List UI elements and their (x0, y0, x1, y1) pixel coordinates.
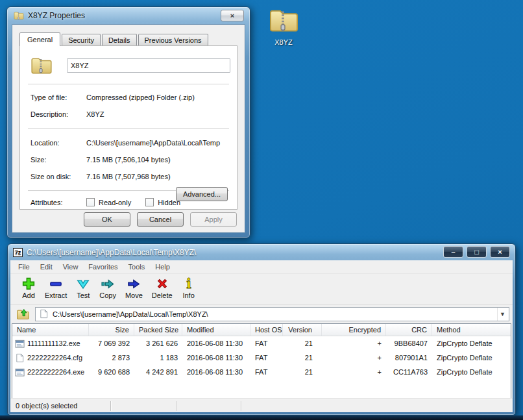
file-row[interactable]: 22222222264.exe 9 620 688 4 242 891 2016… (12, 365, 511, 379)
file-row[interactable]: 22222222264.cfg 2 873 1 183 2016-06-08 1… (12, 351, 511, 365)
file-method: ZipCrypto Deflate (432, 351, 511, 365)
column-header-host-os[interactable]: Host OS (250, 324, 283, 336)
test-button[interactable]: Test (71, 275, 95, 301)
exe-file-icon (15, 367, 25, 377)
properties-dialog-titlebar: X8YZ Properties (14, 10, 85, 21)
close-icon[interactable]: × (490, 246, 510, 258)
size-value: 7.15 MB (7,506,104 bytes) (86, 156, 230, 164)
desktop-icon-x8yz[interactable]: X8YZ (260, 5, 308, 46)
readonly-checkbox[interactable] (86, 198, 95, 206)
menu-tools[interactable]: Tools (123, 261, 151, 273)
exe-file-icon (15, 339, 25, 349)
extract-minus-icon (49, 277, 63, 291)
file-packed-size: 1 183 (134, 351, 182, 365)
hidden-checkbox[interactable] (145, 198, 154, 206)
file-name: 22222222264.cfg (27, 351, 82, 365)
advanced-button[interactable]: Advanced... (176, 187, 228, 201)
dialog-title: X8YZ Properties (28, 11, 85, 20)
address-combobox[interactable]: C:\Users\[username]\AppData\Local\Temp\X… (35, 307, 509, 321)
delete-x-icon (155, 277, 169, 291)
status-text: 0 object(s) selected (16, 402, 77, 410)
file-host-os: FAT (250, 365, 283, 379)
file-packed-size: 3 261 626 (134, 336, 182, 351)
window-controls: – □ × (443, 246, 510, 258)
toolbar-label: Delete (152, 291, 173, 299)
location-value: C:\Users\[username]\AppData\Local\Temp (86, 139, 230, 147)
extract-button[interactable]: Extract (40, 275, 71, 301)
add-button[interactable]: Add (17, 275, 40, 301)
location-label: Location: (30, 139, 86, 147)
up-one-level-button[interactable] (14, 306, 31, 321)
dropdown-arrow-icon[interactable]: ▼ (497, 308, 507, 321)
type-of-file-label: Type of file: (30, 93, 86, 102)
delete-button[interactable]: Delete (147, 275, 177, 301)
ok-button[interactable]: OK (84, 212, 130, 227)
menu-edit[interactable]: Edit (35, 261, 58, 273)
description-value: X8YZ (86, 110, 230, 119)
column-header-packed-size[interactable]: Packed Size (134, 324, 182, 336)
copy-button[interactable]: Copy (95, 275, 121, 301)
test-check-icon (76, 277, 90, 291)
file-method: ZipCrypto Deflate (432, 336, 511, 351)
type-of-file-value: Compressed (zipped) Folder (.zip) (86, 93, 230, 102)
file-row[interactable]: 11111111132.exe 7 069 392 3 261 626 2016… (12, 336, 511, 351)
move-arrow-icon (127, 277, 141, 291)
maximize-icon[interactable]: □ (467, 246, 487, 258)
toolbar-label: Info (182, 291, 194, 299)
size-on-disk-label: Size on disk: (30, 173, 86, 181)
cancel-button[interactable]: Cancel (137, 212, 184, 227)
document-icon (15, 353, 25, 363)
file-version: 21 (283, 365, 322, 379)
tab-details[interactable]: Details (102, 34, 137, 45)
file-encrypted: + (322, 336, 386, 351)
menu-favorites[interactable]: Favorites (83, 261, 123, 273)
column-header-name[interactable]: Name (12, 324, 89, 336)
file-packed-size: 4 242 891 (134, 365, 182, 379)
toolbar-label: Add (22, 291, 35, 299)
zip-folder-icon (14, 10, 24, 21)
menu-file[interactable]: File (13, 261, 35, 273)
file-version: 21 (283, 336, 322, 351)
info-button[interactable]: Info (177, 275, 201, 301)
file-list: Name Size Packed Size Modified Host OS V… (12, 323, 511, 399)
column-header-version[interactable]: Version (283, 324, 322, 336)
add-plus-icon (21, 277, 36, 291)
file-crc: CC11A763 (386, 365, 432, 379)
file-name: 22222222264.exe (27, 365, 84, 379)
file-version: 21 (283, 351, 322, 365)
file-host-os: FAT (250, 351, 283, 365)
seven-zip-app-icon: 7z (13, 248, 23, 257)
column-header-crc[interactable]: CRC (386, 324, 432, 336)
desktop-icon-label: X8YZ (260, 38, 308, 46)
seven-zip-title: C:\Users\[username]\AppData\Local\Temp\X… (27, 248, 196, 257)
tabstrip: General Security Details Previous Versio… (19, 32, 210, 46)
toolbar-label: Test (77, 291, 90, 299)
list-header: Name Size Packed Size Modified Host OS V… (12, 324, 511, 336)
file-name-input[interactable] (67, 58, 230, 73)
screen-bottom-edge (0, 415, 523, 420)
file-name: 11111111132.exe (27, 336, 80, 351)
dialog-buttons: OK Cancel Apply (84, 212, 237, 227)
tab-general[interactable]: General (19, 32, 60, 46)
info-i-icon (182, 277, 196, 291)
size-label: Size: (30, 156, 86, 164)
tab-previous-versions[interactable]: Previous Versions (138, 34, 208, 45)
dialog-close-icon[interactable]: × (221, 10, 244, 21)
column-header-size[interactable]: Size (89, 324, 134, 336)
column-header-method[interactable]: Method (432, 324, 511, 336)
column-header-modified[interactable]: Modified (182, 324, 250, 336)
column-header-encrypted[interactable]: Encrypted (322, 324, 386, 336)
seven-zip-titlebar: 7z C:\Users\[username]\AppData\Local\Tem… (13, 247, 439, 258)
copy-arrow-icon (101, 277, 115, 291)
tab-security[interactable]: Security (62, 34, 101, 45)
apply-button[interactable]: Apply (190, 212, 237, 227)
file-method: ZipCrypto Deflate (432, 365, 511, 379)
address-bar: C:\Users\[username]\AppData\Local\Temp\X… (10, 305, 513, 323)
menu-view[interactable]: View (58, 261, 84, 273)
file-size: 9 620 688 (89, 365, 134, 379)
file-encrypted: + (322, 351, 386, 365)
move-button[interactable]: Move (121, 275, 147, 301)
seven-zip-window: 7z C:\Users\[username]\AppData\Local\Tem… (7, 243, 516, 415)
minimize-icon[interactable]: – (443, 246, 463, 258)
menu-help[interactable]: Help (150, 261, 175, 273)
